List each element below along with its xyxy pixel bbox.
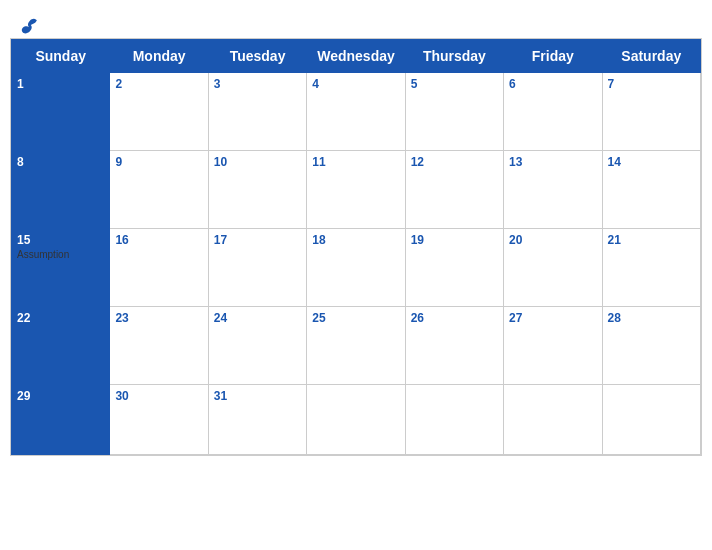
- day-header-saturday: Saturday: [602, 40, 700, 73]
- day-number: 31: [214, 389, 301, 403]
- logo: [20, 18, 40, 34]
- day-cell: 22: [12, 307, 110, 385]
- day-cell: 13: [504, 151, 602, 229]
- day-cell: 11: [307, 151, 405, 229]
- day-cell: 10: [208, 151, 306, 229]
- day-number: 12: [411, 155, 498, 169]
- day-cell: 2: [110, 73, 208, 151]
- day-cell: 17: [208, 229, 306, 307]
- day-number: 26: [411, 311, 498, 325]
- day-number: 7: [608, 77, 695, 91]
- day-cell: [307, 385, 405, 455]
- day-number: 4: [312, 77, 399, 91]
- day-number: 23: [115, 311, 202, 325]
- day-cell: 16: [110, 229, 208, 307]
- day-cell: 6: [504, 73, 602, 151]
- day-cell: 19: [405, 229, 503, 307]
- day-number: 25: [312, 311, 399, 325]
- day-cell: 5: [405, 73, 503, 151]
- day-cell: 14: [602, 151, 700, 229]
- day-headers-row: SundayMondayTuesdayWednesdayThursdayFrid…: [12, 40, 701, 73]
- day-number: 13: [509, 155, 596, 169]
- day-number: 21: [608, 233, 695, 247]
- day-header-friday: Friday: [504, 40, 602, 73]
- day-cell: 30: [110, 385, 208, 455]
- logo-blue-text: [20, 18, 40, 34]
- day-cell: 29: [12, 385, 110, 455]
- day-cell: 7: [602, 73, 700, 151]
- day-number: 28: [608, 311, 695, 325]
- day-number: 8: [17, 155, 104, 169]
- day-cell: 20: [504, 229, 602, 307]
- day-number: 11: [312, 155, 399, 169]
- week-row-2: 891011121314: [12, 151, 701, 229]
- day-number: 17: [214, 233, 301, 247]
- day-number: 3: [214, 77, 301, 91]
- day-header-wednesday: Wednesday: [307, 40, 405, 73]
- day-cell: 24: [208, 307, 306, 385]
- day-number: 19: [411, 233, 498, 247]
- day-header-sunday: Sunday: [12, 40, 110, 73]
- day-cell: 27: [504, 307, 602, 385]
- day-cell: 31: [208, 385, 306, 455]
- day-cell: 3: [208, 73, 306, 151]
- day-number: 6: [509, 77, 596, 91]
- day-number: 30: [115, 389, 202, 403]
- day-cell: 21: [602, 229, 700, 307]
- day-number: 29: [17, 389, 104, 403]
- day-cell: 26: [405, 307, 503, 385]
- day-header-thursday: Thursday: [405, 40, 503, 73]
- week-row-4: 22232425262728: [12, 307, 701, 385]
- day-number: 10: [214, 155, 301, 169]
- week-row-1: 1234567: [12, 73, 701, 151]
- day-number: 20: [509, 233, 596, 247]
- day-number: 2: [115, 77, 202, 91]
- day-cell: 23: [110, 307, 208, 385]
- day-number: 5: [411, 77, 498, 91]
- day-number: 24: [214, 311, 301, 325]
- day-number: 16: [115, 233, 202, 247]
- day-cell: 18: [307, 229, 405, 307]
- logo-bird-icon: [20, 18, 38, 34]
- day-cell: [405, 385, 503, 455]
- day-number: 22: [17, 311, 104, 325]
- day-cell: 15Assumption: [12, 229, 110, 307]
- calendar-body: 123456789101112131415Assumption161718192…: [12, 73, 701, 455]
- day-header-tuesday: Tuesday: [208, 40, 306, 73]
- day-number: 14: [608, 155, 695, 169]
- day-cell: 25: [307, 307, 405, 385]
- day-cell: 4: [307, 73, 405, 151]
- day-cell: 9: [110, 151, 208, 229]
- week-row-5: 293031: [12, 385, 701, 455]
- day-number: 27: [509, 311, 596, 325]
- day-number: 9: [115, 155, 202, 169]
- day-number: 18: [312, 233, 399, 247]
- week-row-3: 15Assumption161718192021: [12, 229, 701, 307]
- day-cell: 12: [405, 151, 503, 229]
- day-header-monday: Monday: [110, 40, 208, 73]
- day-cell: 28: [602, 307, 700, 385]
- day-cell: [504, 385, 602, 455]
- holiday-label: Assumption: [17, 249, 104, 260]
- day-cell: 1: [12, 73, 110, 151]
- day-cell: [602, 385, 700, 455]
- day-number: 15: [17, 233, 104, 247]
- day-number: 1: [17, 77, 104, 91]
- day-cell: 8: [12, 151, 110, 229]
- calendar-header: [10, 10, 702, 38]
- calendar: SundayMondayTuesdayWednesdayThursdayFrid…: [10, 38, 702, 456]
